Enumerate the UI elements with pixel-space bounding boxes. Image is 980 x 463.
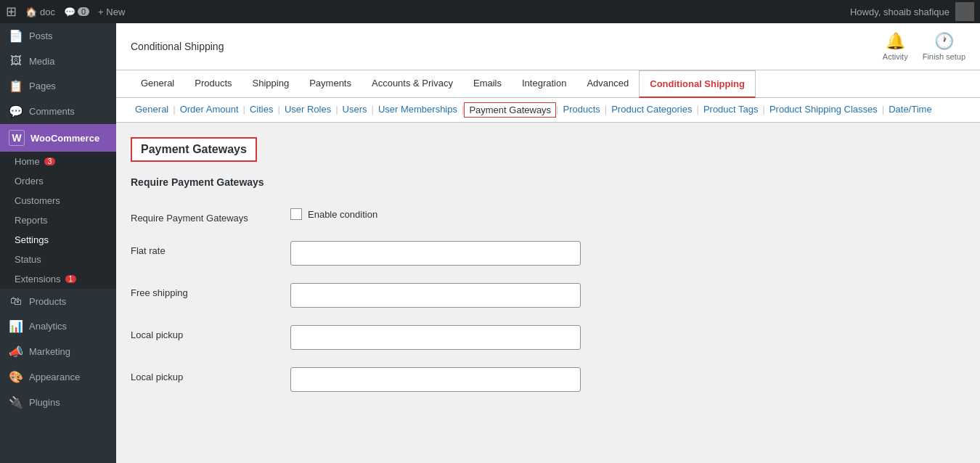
flat-rate-input[interactable] — [290, 241, 581, 266]
local-pickup-1-field — [290, 325, 965, 350]
require-payment-gateways-field: Enable condition — [290, 208, 965, 220]
sidebar-item-extensions[interactable]: Extensions 1 — [0, 269, 116, 289]
field-require-payment-gateways: Require Payment Gateways Enable conditio… — [131, 200, 965, 232]
sub-tab-product-categories[interactable]: Product Categories — [607, 102, 696, 118]
local-pickup-1-input[interactable] — [290, 325, 581, 350]
sidebar-item-appearance[interactable]: 🎨 Appearance — [0, 364, 116, 390]
sub-tab-order-amount[interactable]: Order Amount — [176, 102, 243, 118]
flat-rate-field — [290, 241, 965, 266]
require-payment-gateways-label: Require Payment Gateways — [131, 208, 276, 224]
sub-tab-cities[interactable]: Cities — [245, 102, 278, 118]
posts-icon: 📄 — [9, 29, 23, 43]
tab-payments[interactable]: Payments — [299, 70, 362, 98]
content-area: Payment Gateways Require Payment Gateway… — [116, 123, 980, 415]
sidebar-item-status[interactable]: Status — [0, 250, 116, 269]
sidebar-item-products[interactable]: 🛍 Products — [0, 289, 116, 314]
local-pickup-2-input[interactable] — [290, 367, 581, 392]
sub-tab-product-tags[interactable]: Product Tags — [699, 102, 763, 118]
layout: 📄 Posts 🖼 Media 📋 Pages 💬 Comments W Woo… — [0, 23, 980, 463]
admin-bar: ⊞ 🏠 doc 💬 0 + New Howdy, shoaib shafique — [0, 0, 980, 23]
comments-link[interactable]: 💬 0 — [64, 7, 89, 17]
field-flat-rate: Flat rate — [131, 232, 965, 274]
sidebar-woocommerce[interactable]: W WooCommerce — [0, 124, 116, 152]
tab-products[interactable]: Products — [184, 70, 242, 98]
tab-conditional-shipping[interactable]: Conditional Shipping — [639, 70, 756, 98]
free-shipping-label: Free shipping — [131, 283, 276, 298]
sub-tab-product-shipping-classes[interactable]: Product Shipping Classes — [765, 102, 882, 118]
sidebar-item-plugins[interactable]: 🔌 Plugins — [0, 390, 116, 415]
wp-logo-icon[interactable]: ⊞ — [6, 4, 17, 20]
field-local-pickup-1: Local pickup — [131, 316, 965, 358]
sidebar-item-customers[interactable]: Customers — [0, 191, 116, 210]
sidebar-item-analytics[interactable]: 📊 Analytics — [0, 314, 116, 339]
field-local-pickup-2: Local pickup — [131, 358, 965, 401]
tab-shipping[interactable]: Shipping — [242, 70, 300, 98]
local-pickup-1-label: Local pickup — [131, 325, 276, 340]
local-pickup-2-field — [290, 367, 965, 392]
pages-icon: 📋 — [9, 79, 23, 93]
field-free-shipping: Free shipping — [131, 274, 965, 316]
sidebar-item-reports[interactable]: Reports — [0, 210, 116, 230]
activity-button[interactable]: 🔔 Activity — [883, 32, 908, 61]
media-icon: 🖼 — [9, 54, 23, 67]
sub-tab-date-time[interactable]: Date/Time — [884, 102, 936, 118]
home-icon: 🏠 — [25, 7, 37, 17]
analytics-icon: 📊 — [9, 319, 23, 333]
header-actions: 🔔 Activity 🕐 Finish setup — [883, 32, 965, 61]
tab-emails[interactable]: Emails — [463, 70, 512, 98]
sub-tab-payment-gateways[interactable]: Payment Gateways — [464, 102, 556, 118]
section-title-box: Payment Gateways — [131, 137, 257, 162]
new-content-button[interactable]: + New — [98, 7, 125, 17]
sub-tab-user-roles[interactable]: User Roles — [280, 102, 335, 118]
local-pickup-2-label: Local pickup — [131, 367, 276, 382]
adminbar-right: Howdy, shoaib shafique — [850, 2, 974, 21]
sidebar: 📄 Posts 🖼 Media 📋 Pages 💬 Comments W Woo… — [0, 23, 116, 463]
sidebar-item-orders[interactable]: Orders — [0, 171, 116, 191]
avatar[interactable] — [955, 2, 974, 21]
appearance-icon: 🎨 — [9, 370, 23, 384]
woo-sub-menu: Home 3 Orders Customers Reports Settings… — [0, 152, 116, 289]
tab-integration[interactable]: Integration — [512, 70, 576, 98]
require-payment-gateways-checkbox[interactable] — [290, 208, 302, 220]
activity-icon: 🔔 — [886, 32, 905, 51]
comment-icon: 💬 — [64, 7, 75, 17]
plugins-icon: 🔌 — [9, 396, 23, 409]
tab-advanced[interactable]: Advanced — [576, 70, 639, 98]
sidebar-item-comments[interactable]: 💬 Comments — [0, 99, 116, 124]
tab-accounts-privacy[interactable]: Accounts & Privacy — [362, 70, 463, 98]
products-icon: 🛍 — [9, 295, 23, 308]
flat-rate-label: Flat rate — [131, 241, 276, 256]
page-header: Conditional Shipping 🔔 Activity 🕐 Finish… — [116, 23, 980, 70]
woo-icon: W — [9, 130, 25, 146]
site-name[interactable]: 🏠 doc — [25, 7, 55, 17]
finish-setup-button[interactable]: 🕐 Finish setup — [923, 32, 965, 61]
enable-condition-label: Enable condition — [308, 209, 377, 220]
sidebar-item-settings[interactable]: Settings — [0, 230, 116, 250]
sub-tab-users[interactable]: Users — [338, 102, 372, 118]
finish-setup-icon: 🕐 — [934, 32, 954, 51]
user-greeting: Howdy, shoaib shafique — [850, 7, 950, 17]
sidebar-item-marketing[interactable]: 📣 Marketing — [0, 339, 116, 364]
sidebar-item-media[interactable]: 🖼 Media — [0, 49, 116, 73]
page-title: Conditional Shipping — [131, 41, 224, 52]
tab-general[interactable]: General — [131, 70, 184, 98]
free-shipping-input[interactable] — [290, 283, 581, 308]
sub-tab-user-memberships[interactable]: User Memberships — [374, 102, 462, 118]
section-heading: Require Payment Gateways — [131, 176, 965, 188]
free-shipping-field — [290, 283, 965, 308]
sub-tab-general[interactable]: General — [131, 102, 173, 118]
comments-sidebar-icon: 💬 — [9, 105, 23, 118]
sub-tab-products[interactable]: Products — [559, 102, 605, 118]
section-title: Payment Gateways — [141, 143, 247, 156]
sidebar-item-pages[interactable]: 📋 Pages — [0, 73, 116, 99]
tabs-bar: General Products Shipping Payments Accou… — [116, 70, 980, 98]
sidebar-item-home[interactable]: Home 3 — [0, 152, 116, 171]
sidebar-item-posts[interactable]: 📄 Posts — [0, 23, 116, 49]
main-content: Conditional Shipping 🔔 Activity 🕐 Finish… — [116, 23, 980, 463]
marketing-icon: 📣 — [9, 345, 23, 358]
sub-tabs-bar: General | Order Amount | Cities | User R… — [116, 98, 980, 123]
